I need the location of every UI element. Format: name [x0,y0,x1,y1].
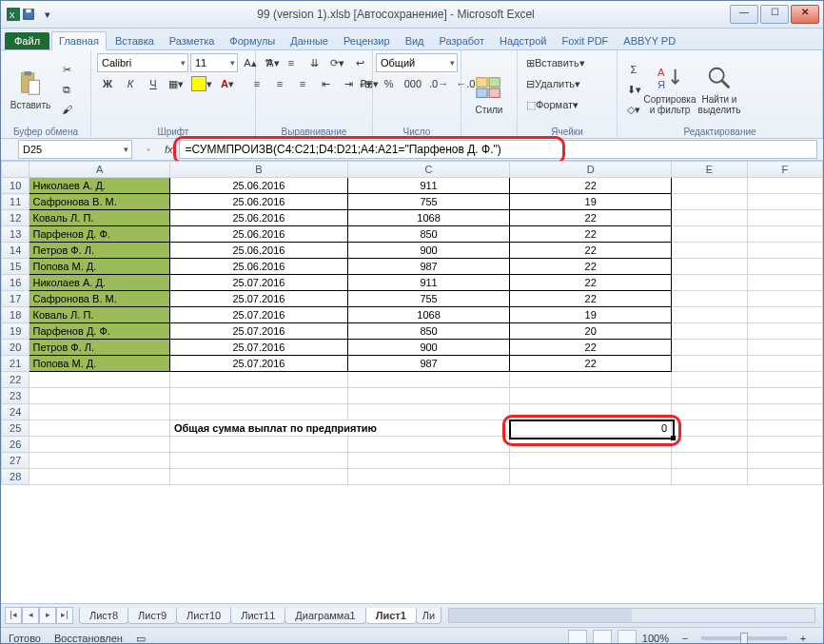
row-header[interactable]: 23 [2,388,29,404]
cell[interactable]: 25.07.2016 [169,340,347,356]
summary-value[interactable]: 0 [510,420,672,437]
select-all-corner[interactable] [2,162,29,178]
indent-dec-button[interactable]: ⇤ [315,74,336,93]
sheet-tab[interactable]: Лист11 [230,608,285,624]
cell[interactable] [747,178,822,194]
cell[interactable] [747,420,822,437]
col-header[interactable]: E [672,162,747,178]
cell[interactable] [747,323,822,340]
cell[interactable] [169,388,347,404]
cell[interactable]: 22 [510,291,672,307]
row-header[interactable]: 11 [2,194,29,210]
cell[interactable]: 1068 [348,307,510,323]
cell[interactable]: 900 [348,243,510,259]
copy-button[interactable]: ⧉ [56,80,77,99]
cell[interactable] [29,453,169,469]
cell[interactable]: 850 [348,226,510,243]
cell[interactable]: 22 [510,275,672,291]
cut-button[interactable]: ✂ [56,60,77,79]
sheet-tab[interactable]: Лист8 [79,608,128,624]
tab-abbyy[interactable]: ABBYY PD [617,32,682,49]
row-header[interactable]: 17 [2,291,29,307]
cell[interactable] [672,194,747,210]
row-header[interactable]: 21 [2,356,29,372]
cell[interactable]: 25.06.2016 [169,226,347,243]
row-header[interactable]: 14 [2,243,29,259]
font-color-button[interactable]: A▾ [217,74,238,93]
col-header[interactable]: F [747,162,822,178]
percent-button[interactable]: % [379,74,400,93]
row-header[interactable]: 16 [2,275,29,291]
cell[interactable] [510,469,672,485]
cell[interactable] [747,259,822,275]
cell[interactable] [510,388,672,404]
cell[interactable] [29,420,169,437]
cell[interactable]: 25.07.2016 [169,323,347,340]
cell[interactable] [169,437,347,453]
format-painter-button[interactable]: 🖌 [56,100,77,119]
file-tab[interactable]: Файл [5,32,49,49]
cell[interactable]: Парфенов Д. Ф. [29,323,169,340]
horizontal-scrollbar[interactable] [448,608,815,623]
align-right-button[interactable]: ≡ [292,74,313,93]
cell[interactable] [348,388,510,404]
clear-button[interactable]: ◇▾ [623,100,644,119]
summary-label[interactable]: Общая сумма выплат по предприятию [169,420,509,437]
cell[interactable]: 20 [510,323,672,340]
format-cells-button[interactable]: ⬚ Формат ▾ [523,95,581,114]
underline-button[interactable]: Ч [143,74,164,93]
cell[interactable]: 25.07.2016 [169,275,347,291]
cell[interactable] [747,275,822,291]
cell[interactable] [169,469,347,485]
cell[interactable] [29,469,169,485]
cell[interactable] [510,437,672,453]
sheet-nav-first[interactable]: |◂ [5,607,22,624]
tab-foxit[interactable]: Foxit PDF [555,32,615,49]
row-header[interactable]: 18 [2,307,29,323]
cell[interactable] [747,307,822,323]
cell[interactable] [672,340,747,356]
cell[interactable] [747,404,822,420]
cell[interactable] [672,356,747,372]
tab-layout[interactable]: Разметка [163,32,222,49]
cell[interactable] [672,372,747,388]
cell[interactable] [348,469,510,485]
cell[interactable]: 19 [510,194,672,210]
fill-color-button[interactable]: ▾ [188,74,215,93]
save-icon[interactable] [22,8,35,21]
cell[interactable]: 22 [510,340,672,356]
align-left-button[interactable]: ≡ [246,74,267,93]
cell[interactable] [672,469,747,485]
align-center-button[interactable]: ≡ [269,74,290,93]
maximize-button[interactable]: ☐ [760,5,789,24]
cell[interactable] [747,388,822,404]
fx-icon[interactable]: fx [165,144,173,155]
cell[interactable]: Петров Ф. Л. [29,243,169,259]
qat-dropdown[interactable]: ▾ [37,5,58,24]
cell[interactable] [169,372,347,388]
cell[interactable] [747,243,822,259]
italic-button[interactable]: К [120,74,141,93]
cell[interactable]: 25.07.2016 [169,291,347,307]
cell[interactable]: Николаев А. Д. [29,178,169,194]
row-header[interactable]: 12 [2,210,29,226]
cell[interactable] [672,291,747,307]
row-header[interactable]: 25 [2,420,29,437]
view-layout-button[interactable] [593,630,612,644]
cell[interactable]: Коваль Л. П. [29,307,169,323]
row-header[interactable]: 22 [2,372,29,388]
border-button[interactable]: ▦▾ [166,74,186,93]
row-header[interactable]: 24 [2,404,29,420]
cell[interactable] [510,453,672,469]
cell[interactable] [510,372,672,388]
cell[interactable]: Сафронова В. М. [29,291,169,307]
cell[interactable] [747,356,822,372]
col-header[interactable]: A [29,162,169,178]
cell[interactable] [672,243,747,259]
cell[interactable]: 911 [348,275,510,291]
worksheet-area[interactable]: A B C D E F 10Николаев А. Д.25.06.201691… [1,161,823,603]
cell[interactable] [747,291,822,307]
cell[interactable]: 25.06.2016 [169,259,347,275]
tab-developer[interactable]: Разработ [433,32,491,49]
col-header[interactable]: B [169,162,347,178]
